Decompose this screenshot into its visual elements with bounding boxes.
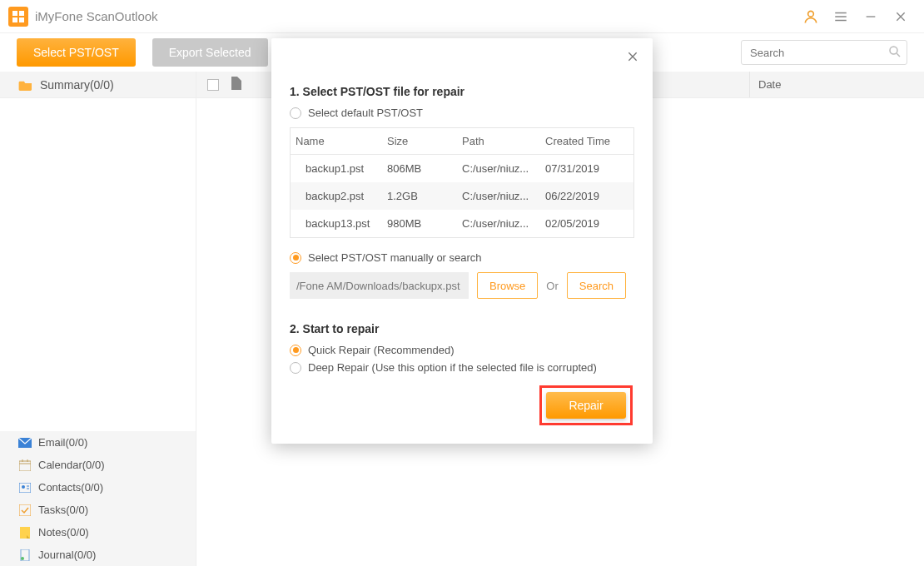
svg-rect-3: [19, 17, 24, 22]
section2-title: 2. Start to repair: [290, 322, 634, 335]
table-head: Name Size Path Created Time: [291, 128, 633, 155]
radio-label: Select default PST/OST: [308, 107, 423, 119]
section1-title: 1. Select PST/OST file for repair: [290, 85, 634, 98]
radio-icon: [290, 252, 301, 264]
radio-label: Deep Repair (Use this option if the sele…: [308, 361, 597, 374]
table-row[interactable]: backup13.pst 980MB C:/user/niuz... 02/05…: [291, 210, 633, 237]
table-row[interactable]: backup2.pst 1.2GB C:/user/niuz... 06/22/…: [291, 182, 633, 210]
col-size: Size: [382, 128, 457, 154]
svg-rect-0: [12, 11, 17, 16]
select-file-modal: 1. Select PST/OST file for repair Select…: [271, 38, 653, 444]
app-logo-icon: [8, 7, 28, 27]
radio-select-manual[interactable]: Select PST/OST manually or search: [290, 251, 634, 264]
user-icon[interactable]: [796, 2, 826, 32]
col-time: Created Time: [540, 128, 632, 154]
or-text: Or: [546, 280, 558, 292]
radio-quick-repair[interactable]: Quick Repair (Recommended): [290, 344, 634, 356]
modal-overlay: 1. Select PST/OST file for repair Select…: [0, 33, 924, 566]
radio-deep-repair[interactable]: Deep Repair (Use this option if the sele…: [290, 361, 634, 374]
modal-close-icon[interactable]: [623, 47, 643, 67]
manual-path-row: Browse Or Search: [290, 272, 634, 299]
minimize-icon[interactable]: [856, 2, 886, 32]
path-input[interactable]: [290, 272, 469, 299]
radio-label: Quick Repair (Recommended): [308, 344, 455, 356]
default-files-table: Name Size Path Created Time backup1.pst …: [290, 127, 634, 238]
radio-select-default[interactable]: Select default PST/OST: [290, 107, 634, 119]
radio-icon: [290, 362, 301, 374]
radio-icon: [290, 345, 301, 356]
repair-button[interactable]: Repair: [546, 392, 626, 419]
col-name: Name: [291, 128, 382, 154]
table-row[interactable]: backup1.pst 806MB C:/user/niuz... 07/31/…: [291, 155, 633, 182]
radio-label: Select PST/OST manually or search: [308, 251, 482, 264]
close-icon[interactable]: [886, 2, 916, 32]
menu-icon[interactable]: [826, 2, 856, 32]
svg-point-4: [808, 11, 814, 17]
app-title: iMyFone ScanOutlook: [35, 9, 158, 23]
col-path: Path: [457, 128, 540, 154]
titlebar: iMyFone ScanOutlook: [0, 0, 924, 33]
radio-icon: [290, 107, 301, 119]
repair-highlight: Repair: [539, 385, 633, 425]
svg-rect-1: [19, 11, 24, 16]
search-button[interactable]: Search: [567, 272, 626, 299]
browse-button[interactable]: Browse: [477, 272, 538, 299]
svg-rect-2: [12, 17, 17, 22]
